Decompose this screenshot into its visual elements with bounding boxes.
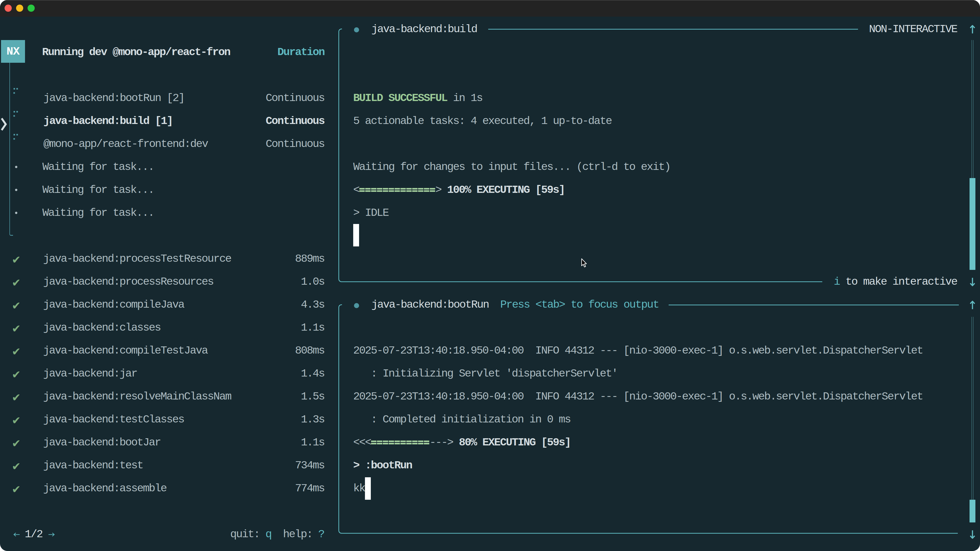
task-duration: 774ms bbox=[295, 477, 325, 500]
spinner-icon bbox=[14, 134, 15, 135]
check-icon: ✔ bbox=[12, 340, 21, 363]
task-row[interactable]: Waiting for task... bbox=[42, 202, 154, 224]
task-duration: 1.5s bbox=[301, 385, 325, 408]
page-indicator: 1/2 bbox=[25, 523, 42, 546]
task-duration: 1.4s bbox=[301, 362, 325, 385]
log-line: 2025-07-23T13:40:18.950-04:00 INFO 44312… bbox=[353, 339, 923, 362]
panel-title-line bbox=[488, 29, 858, 30]
scroll-down-icon[interactable] bbox=[970, 530, 975, 539]
input-line[interactable]: kk bbox=[353, 477, 365, 500]
bar-fill: ============= bbox=[359, 179, 435, 202]
task-duration: 889ms bbox=[295, 248, 325, 270]
task-status: Continuous bbox=[266, 110, 325, 133]
task-row-selected[interactable]: java-backend:build [1] bbox=[43, 110, 172, 133]
check-icon: ✔ bbox=[12, 248, 21, 272]
check-icon: ✔ bbox=[12, 455, 21, 478]
task-row[interactable]: Waiting for task... bbox=[42, 179, 154, 202]
interactive-hint-text: to make interactive bbox=[840, 275, 957, 288]
scroll-down-icon[interactable] bbox=[970, 278, 975, 286]
progress-bar-100: <=============> 100% EXECUTING [59s] bbox=[353, 179, 565, 202]
task-duration: 4.3s bbox=[301, 293, 325, 316]
command-line: > :bootRun bbox=[353, 454, 412, 477]
page-prev-icon[interactable] bbox=[13, 532, 20, 537]
pending-dot-icon bbox=[15, 166, 18, 168]
quit-key[interactable]: q bbox=[266, 528, 271, 540]
help-bar: quit: q help: ? bbox=[230, 523, 324, 546]
help-key[interactable]: ? bbox=[318, 528, 324, 540]
quit-label: quit: bbox=[230, 528, 266, 540]
task-row[interactable]: java-backend:compileTestJava bbox=[43, 339, 207, 362]
list-title: Running dev @mono-app/react-fron bbox=[42, 41, 230, 64]
panel-bottom-line bbox=[341, 533, 958, 534]
task-status: Continuous bbox=[266, 87, 325, 110]
pending-dot-icon bbox=[15, 212, 18, 214]
page-next-icon[interactable] bbox=[48, 532, 55, 537]
scrollbar-track[interactable] bbox=[972, 40, 974, 178]
panel-mode-badge: NON-INTERACTIVE bbox=[869, 18, 957, 41]
idle-line: > IDLE bbox=[353, 202, 388, 224]
build-success-suffix: in 1s bbox=[447, 92, 482, 104]
task-row[interactable]: java-backend:classes bbox=[43, 316, 161, 339]
task-row[interactable]: java-backend:bootRun [2] bbox=[43, 87, 184, 110]
mouse-cursor bbox=[581, 258, 587, 268]
scroll-up-icon[interactable] bbox=[970, 25, 975, 34]
task-group-bracket bbox=[10, 63, 13, 236]
task-row[interactable]: java-backend:resolveMainClassNam bbox=[43, 385, 231, 408]
nx-logo-text: NX bbox=[6, 45, 20, 58]
interactive-key[interactable]: i bbox=[834, 275, 840, 288]
bar-label: 80% EXECUTING [59s] bbox=[453, 436, 570, 449]
bar-open-bracket: < bbox=[353, 184, 359, 196]
spinner-icon bbox=[14, 111, 15, 113]
log-line: : Completed initialization in 0 ms bbox=[353, 408, 570, 431]
task-dot-icon bbox=[354, 27, 359, 32]
help-label: help: bbox=[271, 528, 318, 540]
task-duration: 734ms bbox=[295, 454, 325, 477]
bar-dashes: ---> bbox=[430, 436, 453, 449]
panel-border bbox=[339, 29, 342, 282]
task-row[interactable]: @mono-app/react-frontend:dev bbox=[43, 133, 208, 156]
spinner-icon bbox=[14, 88, 15, 89]
panel-title-line bbox=[669, 305, 959, 305]
task-row[interactable]: java-backend:bootJar bbox=[43, 431, 161, 454]
check-icon: ✔ bbox=[12, 409, 21, 432]
panel-title: java-backend:build bbox=[371, 18, 477, 41]
bar-fill: ========== bbox=[371, 431, 430, 454]
progress-bar-80: <<<==========---> 80% EXECUTING [59s] bbox=[353, 431, 570, 454]
pending-dot-icon bbox=[15, 189, 18, 191]
task-duration: 1.1s bbox=[301, 316, 325, 339]
bar-label: 100% EXECUTING [59s] bbox=[441, 184, 565, 196]
task-list-panel: NX Running dev @mono-app/react-fron Dura… bbox=[0, 0, 339, 551]
waiting-line: Waiting for changes to input files... (c… bbox=[353, 156, 670, 179]
task-row[interactable]: java-backend:assemble bbox=[43, 477, 166, 500]
task-row[interactable]: java-backend:compileJava bbox=[43, 293, 184, 316]
scrollbar-track[interactable] bbox=[972, 317, 974, 500]
log-line: 2025-07-23T13:40:18.950-04:00 INFO 44312… bbox=[353, 385, 923, 408]
task-row[interactable]: java-backend:processTestResource bbox=[43, 248, 231, 270]
check-icon: ✔ bbox=[12, 386, 21, 409]
bar-close-bracket: > bbox=[435, 184, 441, 196]
task-duration: 1.3s bbox=[301, 408, 325, 431]
scroll-up-icon[interactable] bbox=[970, 301, 975, 310]
check-icon: ✔ bbox=[12, 294, 21, 318]
terminal-cursor bbox=[353, 224, 359, 246]
task-duration: 1.1s bbox=[301, 431, 325, 454]
check-icon: ✔ bbox=[12, 318, 21, 340]
terminal-cursor bbox=[365, 477, 371, 500]
task-duration: 808ms bbox=[295, 339, 325, 362]
log-line: : Initializing Servlet 'dispatcherServle… bbox=[353, 362, 617, 385]
duration-column-header: Duration bbox=[277, 41, 325, 64]
panel-title: java-backend:bootRun bbox=[371, 293, 489, 316]
task-row[interactable]: java-backend:test bbox=[43, 454, 143, 477]
panel-border bbox=[339, 304, 342, 534]
task-row[interactable]: java-backend:jar bbox=[43, 362, 137, 385]
task-row[interactable]: Waiting for task... bbox=[42, 156, 154, 179]
task-status: Continuous bbox=[266, 133, 325, 156]
scrollbar-thumb[interactable] bbox=[969, 178, 975, 270]
scrollbar-thumb[interactable] bbox=[969, 500, 975, 522]
task-row[interactable]: java-backend:testClasses bbox=[43, 408, 184, 431]
focus-hint: Press <tab> to focus output bbox=[500, 293, 659, 316]
interactive-hint: i to make interactive bbox=[834, 270, 957, 293]
check-icon: ✔ bbox=[12, 272, 21, 294]
tasks-summary-line: 5 actionable tasks: 4 executed, 1 up-to-… bbox=[353, 110, 611, 133]
task-row[interactable]: java-backend:processResources bbox=[43, 270, 213, 293]
